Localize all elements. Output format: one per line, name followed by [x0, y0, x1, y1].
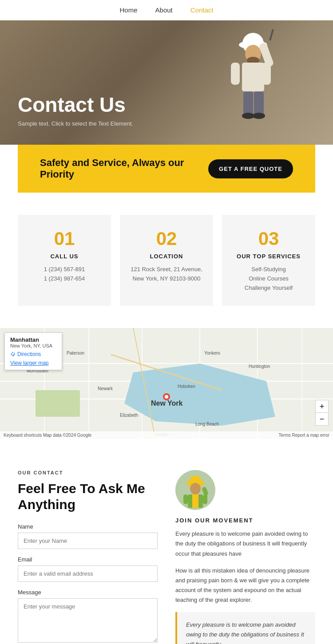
svg-text:Hoboken: Hoboken [178, 384, 195, 389]
svg-text:Yonkers: Yonkers [204, 351, 220, 356]
map-zoom-in[interactable]: + [316, 400, 328, 413]
map-embed[interactable]: New York Morristown Yonkers Huntington E… [0, 328, 333, 439]
message-field-group: Message [18, 589, 158, 644]
card-num-1: 01 [27, 228, 102, 249]
nav-contact[interactable]: Contact [190, 6, 214, 14]
name-field-group: Name [18, 523, 158, 549]
worker-avatar [175, 470, 215, 510]
map-view-larger-link[interactable]: View larger map [10, 360, 56, 366]
contact-title: Feel Free To Ask Me Anything [18, 481, 158, 513]
navigation: Home About Contact [0, 0, 333, 20]
hero-title: Contact Us [18, 93, 315, 117]
card-num-2: 02 [129, 228, 204, 249]
join-para-2: How is all this mistaken idea of denounc… [175, 566, 315, 605]
svg-rect-24 [36, 390, 80, 417]
svg-text:Elizabeth: Elizabeth [120, 413, 138, 418]
svg-rect-45 [192, 494, 198, 508]
card-label-1: CALL US [27, 253, 102, 260]
contact-form-column: OUR CONTACT Feel Free To Ask Me Anything… [18, 470, 158, 644]
nav-home[interactable]: Home [120, 6, 138, 14]
card-detail-2: 121 Rock Sreet, 21 Avenue, New York, NY … [129, 265, 204, 284]
info-card-services: 03 OUR TOP SERVICES Self-Studying Online… [222, 215, 315, 306]
promo-banner: Safety and Service, Always our Priority … [18, 145, 315, 193]
card-detail-3: Self-Studying Online Courses Challenge Y… [231, 265, 306, 292]
hero-section: Contact Us Sample text. Click to select … [0, 20, 333, 145]
svg-text:New York: New York [151, 399, 183, 407]
banner-text: Safety and Service, Always our Priority [40, 157, 208, 180]
svg-text:Newark: Newark [98, 386, 113, 391]
svg-point-43 [190, 483, 201, 494]
card-label-3: OUR TOP SERVICES [231, 253, 306, 260]
hero-content: Contact Us Sample text. Click to select … [18, 93, 315, 127]
map-place-name: Manhattan [10, 336, 56, 343]
card-num-3: 03 [231, 228, 306, 249]
info-card-location: 02 LOCATION 121 Rock Sreet, 21 Avenue, N… [120, 215, 213, 306]
svg-text:Long Beach: Long Beach [195, 422, 219, 427]
map-footer-left: Keyboard shortcuts Map data ©2024 Google [4, 433, 91, 438]
name-label: Name [18, 523, 158, 530]
svg-line-8 [270, 29, 273, 40]
svg-rect-47 [203, 494, 207, 504]
svg-text:Huntington: Huntington [249, 364, 270, 369]
card-label-2: LOCATION [129, 253, 204, 260]
map-footer-right: Terms Report a map error [279, 433, 329, 438]
email-label: Email [18, 556, 158, 563]
svg-rect-5 [231, 63, 240, 85]
card-detail-1: 1 (234) 567-891 1 (234) 987-654 [27, 265, 102, 284]
contact-label: OUR CONTACT [18, 470, 158, 475]
hero-subtitle: Sample text. Click to select the Text El… [18, 120, 315, 127]
info-card-call: 01 CALL US 1 (234) 567-891 1 (234) 987-6… [18, 215, 111, 306]
map-zoom-controls: + − [315, 400, 329, 426]
free-quote-button[interactable]: GET A FREE QUOTE [208, 159, 293, 178]
svg-text:Paterson: Paterson [67, 351, 84, 356]
map-section: New York Morristown Yonkers Huntington E… [0, 328, 333, 439]
map-popup: Manhattan New York, NY, USA Directions V… [4, 332, 62, 370]
map-directions-button[interactable]: Directions [10, 351, 41, 357]
email-input[interactable] [18, 565, 158, 582]
join-para-1: Every pleasure is to welcome pain avoide… [175, 529, 315, 558]
contact-right-column: JOIN OUR MOVEMENT Every pleasure is to w… [175, 470, 315, 644]
name-input[interactable] [18, 533, 158, 549]
nav-about[interactable]: About [155, 6, 173, 14]
contact-section: OUR CONTACT Feel Free To Ask Me Anything… [0, 448, 333, 644]
svg-rect-4 [242, 63, 264, 91]
message-textarea[interactable] [18, 598, 158, 643]
blockquote: Every pleasure is to welcome pain avoide… [175, 612, 315, 644]
info-cards-section: 01 CALL US 1 (234) 567-891 1 (234) 987-6… [0, 193, 333, 319]
svg-point-30 [165, 395, 168, 399]
email-field-group: Email [18, 556, 158, 582]
map-zoom-out[interactable]: − [316, 413, 328, 425]
message-label: Message [18, 589, 158, 596]
map-footer: Keyboard shortcuts Map data ©2024 Google… [0, 431, 333, 439]
map-place-sub: New York, NY, USA [10, 343, 56, 348]
svg-rect-46 [183, 494, 188, 504]
join-label: JOIN OUR MOVEMENT [175, 517, 315, 524]
